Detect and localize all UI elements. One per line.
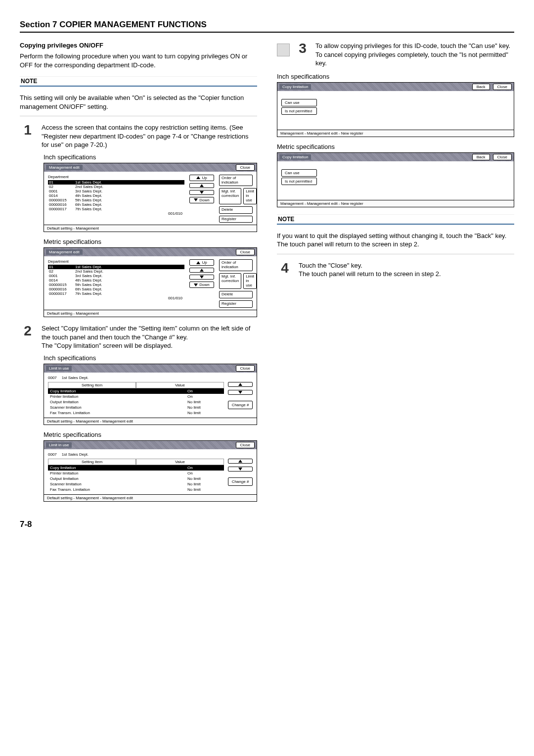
- table-row[interactable]: 00013rd Sales Dept.: [48, 274, 184, 278]
- scroll-down-button[interactable]: [228, 467, 253, 472]
- table-row[interactable]: 00013rd Sales Dept.: [48, 189, 184, 193]
- table-row[interactable]: 022nd Sales Dept.: [48, 269, 184, 274]
- table-row[interactable]: 00144th Sales Dept.: [48, 278, 184, 283]
- pager: 001/010: [48, 211, 184, 216]
- order-indication-button[interactable]: Order of indication: [219, 175, 253, 187]
- table-row[interactable]: Output limitationNo limit: [48, 399, 224, 405]
- table-row[interactable]: 011st Sales Dept.: [48, 180, 184, 185]
- table-row[interactable]: Fax Transm. LimitationNo limit: [48, 410, 224, 416]
- panel-title: Management edit: [46, 249, 83, 255]
- scroll-down-button[interactable]: [228, 390, 253, 395]
- is-not-permitted-button[interactable]: Is not permitted: [281, 107, 317, 115]
- order-indication-button[interactable]: Order of indication: [219, 259, 253, 271]
- table-row[interactable]: Fax Transm. LimitationNo limit: [48, 487, 224, 492]
- left-column: Copying privileges ON/OFF Perform the fo…: [20, 42, 257, 508]
- value-header: Value: [136, 459, 224, 465]
- triangle-up-icon: [196, 261, 200, 264]
- management-edit-panel-metric: Management edit Close Department 011st S…: [44, 247, 257, 317]
- mgt-correction-button[interactable]: Mgt. Inf. correction: [219, 273, 241, 289]
- table-row[interactable]: 000000155th Sales Dept.: [48, 198, 184, 202]
- table-row[interactable]: Output limitationNo limit: [48, 476, 224, 481]
- triangle-up-icon: [238, 383, 242, 386]
- table-row[interactable]: 000000166th Sales Dept.: [48, 287, 184, 291]
- metric-spec-label-2: Metric specifications: [44, 431, 257, 438]
- panel-footer: Default setting - Management - Managemen…: [44, 418, 257, 425]
- mgt-correction-button[interactable]: Mgt. Inf. correction: [219, 188, 241, 204]
- table-row[interactable]: Printer limitationOn: [48, 471, 224, 476]
- panel-title: Management edit: [46, 165, 83, 170]
- panel-footer: Default setting - Management: [44, 225, 257, 232]
- up-button[interactable]: Up: [189, 259, 214, 266]
- can-use-button[interactable]: Can use: [281, 99, 317, 106]
- limit-in-use-button[interactable]: Limit in use: [243, 188, 257, 204]
- table-row[interactable]: 000000177th Sales Dept.: [48, 291, 184, 296]
- table-row[interactable]: 00144th Sales Dept.: [48, 193, 184, 198]
- table-row[interactable]: Copy limitationOn: [48, 465, 224, 471]
- copy-limitation-panel-inch: Copy limitation Back Close Can use Is no…: [277, 82, 514, 137]
- panel-title: Limit in use: [46, 442, 72, 448]
- close-button[interactable]: Close: [236, 164, 255, 171]
- step-2-text-1: Select "Copy limitation" under the "Sett…: [42, 325, 250, 341]
- scroll-up-button[interactable]: [189, 268, 214, 273]
- scroll-down-button[interactable]: [189, 275, 214, 280]
- close-button[interactable]: Close: [493, 154, 512, 160]
- limit-in-use-button[interactable]: Limit in use: [243, 273, 257, 289]
- right-column: 3 To allow copying privileges for this I…: [277, 42, 514, 508]
- can-use-button[interactable]: Can use: [281, 169, 317, 177]
- pager: 001/010: [48, 296, 184, 300]
- scroll-up-button[interactable]: [189, 183, 214, 188]
- value-header: Value: [136, 382, 224, 388]
- back-button[interactable]: Back: [472, 154, 490, 160]
- down-button[interactable]: Down: [189, 197, 214, 203]
- limit-in-use-panel-metric: Limit in use Close 00071st Sales Dept. S…: [44, 440, 257, 502]
- management-edit-panel-inch: Management edit Close Department 011st S…: [44, 163, 257, 233]
- note-label-right: NOTE: [277, 214, 514, 225]
- table-row[interactable]: Scanner limitationNo limit: [48, 481, 224, 487]
- is-not-permitted-button[interactable]: Is not permitted: [281, 178, 317, 185]
- triangle-up-icon: [200, 184, 204, 187]
- change-number-button[interactable]: Change #: [228, 401, 253, 409]
- table-row[interactable]: 011st Sales Dept.: [48, 265, 184, 269]
- close-button[interactable]: Close: [493, 84, 512, 90]
- table-row[interactable]: 022nd Sales Dept.: [48, 185, 184, 189]
- scroll-down-button[interactable]: [189, 190, 214, 195]
- table-row[interactable]: 000000166th Sales Dept.: [48, 202, 184, 207]
- dept-name: 1st Sales Dept.: [62, 376, 89, 380]
- copying-privileges-heading: Copying privileges ON/OFF: [20, 42, 257, 49]
- table-row[interactable]: Scanner limitationNo limit: [48, 405, 224, 410]
- metric-spec-label-1: Metric specifications: [44, 238, 257, 245]
- setting-item-header: Setting item: [48, 459, 136, 465]
- step-4-text-2: The touch panel will return to the scree…: [299, 270, 441, 278]
- triangle-down-icon: [200, 191, 204, 194]
- panel-footer: Management - Management edit - New regis…: [277, 130, 514, 137]
- illustration-icon: [277, 44, 290, 56]
- change-number-button[interactable]: Change #: [228, 477, 253, 486]
- note-label: NOTE: [20, 76, 257, 87]
- dept-id: 0007: [48, 452, 57, 457]
- close-button[interactable]: Close: [236, 249, 255, 255]
- panel-title: Limit in use: [46, 366, 72, 371]
- copy-limitation-panel-metric: Copy limitation Back Close Can use Is no…: [277, 152, 514, 207]
- back-button[interactable]: Back: [472, 84, 490, 90]
- close-button[interactable]: Close: [236, 442, 255, 448]
- table-row[interactable]: 000000155th Sales Dept.: [48, 283, 184, 287]
- up-button[interactable]: Up: [189, 175, 214, 181]
- panel-title: Copy limitation: [279, 154, 311, 160]
- register-button[interactable]: Register: [219, 216, 253, 223]
- register-button[interactable]: Register: [219, 300, 253, 308]
- scroll-up-button[interactable]: [228, 459, 253, 464]
- triangle-up-icon: [196, 176, 200, 179]
- triangle-up-icon: [200, 269, 204, 272]
- table-row[interactable]: Copy limitationOn: [48, 388, 224, 394]
- section-title: Section 7 COPIER MANAGEMENT FUNCTIONS: [20, 20, 514, 33]
- panel-footer: Default setting - Management: [44, 310, 257, 317]
- dept-id: 0007: [48, 376, 57, 380]
- down-button[interactable]: Down: [189, 282, 214, 288]
- table-row[interactable]: Printer limitationOn: [48, 394, 224, 399]
- delete-button[interactable]: Delete: [219, 291, 253, 298]
- close-button[interactable]: Close: [236, 365, 255, 372]
- delete-button[interactable]: Delete: [219, 206, 253, 214]
- setting-item-header: Setting item: [48, 382, 136, 388]
- table-row[interactable]: 000000177th Sales Dept.: [48, 207, 184, 211]
- scroll-up-button[interactable]: [228, 382, 253, 387]
